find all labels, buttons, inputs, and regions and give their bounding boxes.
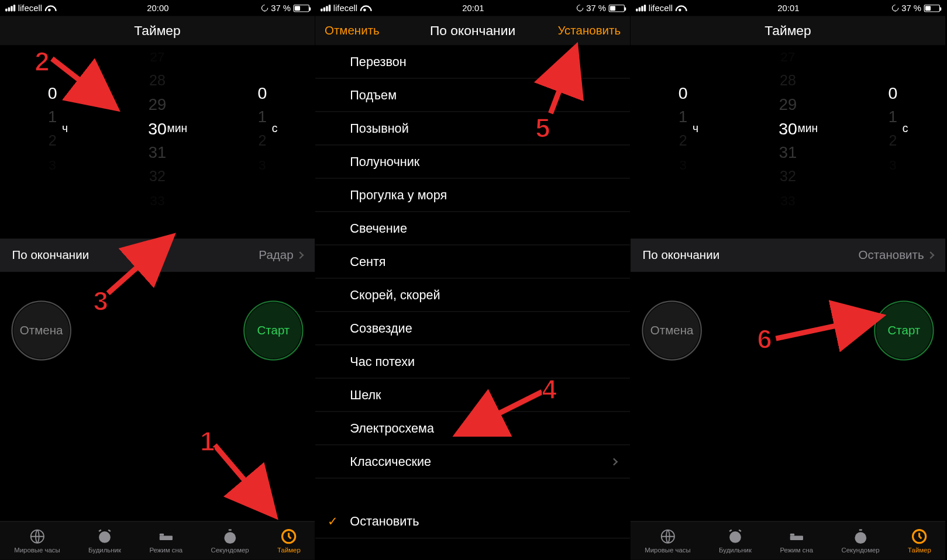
clock-time: 20:00	[147, 3, 168, 13]
tab-bar: Мировые часы Будильник Режим сна Секундо…	[0, 521, 315, 559]
annotation-2: 2	[35, 47, 49, 77]
svg-rect-3	[160, 534, 164, 536]
page-title: По окончании	[430, 23, 515, 38]
panel-2-sound-picker: lifecell 20:01 37 % Отменить По окончани…	[315, 0, 630, 560]
row-value: Остановить	[859, 248, 924, 262]
tab-bar: Мировые часы Будильник Режим сна Секундо…	[631, 521, 945, 559]
wifi-icon	[45, 5, 54, 11]
list-item[interactable]: Скорей, скорей	[315, 279, 630, 312]
clock-time: 20:01	[777, 3, 799, 13]
tab-bedtime[interactable]: Режим сна	[149, 528, 182, 554]
panel-1-timer: lifecell 20:00 37 % Таймер 0 1 2 3 ч 27 …	[0, 0, 315, 560]
battery-icon	[924, 4, 940, 12]
list-item[interactable]: Прогулка у моря	[315, 179, 630, 212]
time-picker[interactable]: 0123 ч 272829 30 313233 мин 0123 с	[631, 46, 945, 212]
minutes-column[interactable]: 272829 30 313233 мин	[748, 44, 828, 212]
list-item[interactable]: Позывной	[315, 112, 630, 146]
tab-bedtime[interactable]: Режим сна	[780, 528, 813, 554]
start-button[interactable]: Старт	[876, 303, 932, 359]
battery-icon	[609, 4, 625, 12]
svg-point-16	[855, 532, 866, 544]
battery-pct: 37 %	[271, 3, 291, 13]
row-label: По окончании	[12, 248, 89, 262]
svg-rect-14	[790, 535, 803, 540]
tab-timer[interactable]: Таймер	[277, 528, 301, 554]
annotation-5: 5	[535, 113, 550, 143]
status-bar: lifecell 20:01 37 %	[631, 0, 945, 16]
svg-point-1	[99, 531, 111, 543]
row-value: Радар	[259, 248, 293, 262]
cancel-button[interactable]: Отменить	[315, 16, 389, 45]
list-item[interactable]: Перезвон	[315, 46, 630, 79]
annotation-1: 1	[200, 427, 215, 457]
battery-icon	[294, 4, 309, 12]
list-item-stop-playing[interactable]: Остановить	[315, 505, 630, 538]
chevron-right-icon	[927, 251, 935, 259]
status-bar: lifecell 20:00 37 %	[0, 0, 315, 16]
list-item[interactable]: Электросхема	[315, 412, 630, 445]
svg-line-9	[215, 445, 271, 512]
list-item[interactable]: Час потехи	[315, 345, 630, 379]
seconds-column[interactable]: 0 1 2 3 с	[222, 81, 302, 177]
svg-rect-5	[229, 529, 232, 530]
page-title: Таймер	[134, 23, 180, 38]
wifi-icon	[360, 5, 370, 11]
chevron-right-icon	[610, 458, 618, 465]
svg-rect-2	[160, 535, 173, 540]
cancel-button[interactable]: Отмена	[644, 303, 700, 359]
page-title: Таймер	[765, 23, 811, 38]
sound-list[interactable]: Перезвон Подъем Позывной Полуночник Прог…	[315, 46, 630, 560]
tab-alarm[interactable]: Будильник	[88, 528, 121, 554]
annotation-4: 4	[542, 375, 557, 405]
status-bar: lifecell 20:01 37 %	[315, 0, 630, 16]
location-icon	[891, 4, 900, 13]
svg-rect-17	[859, 529, 862, 530]
tab-world-clock[interactable]: Мировые часы	[645, 528, 690, 554]
arrow-1	[215, 445, 295, 528]
tab-stopwatch[interactable]: Секундомер	[841, 528, 879, 554]
nav-header: Таймер	[0, 16, 315, 45]
tab-alarm[interactable]: Будильник	[719, 528, 752, 554]
signal-icon	[636, 5, 646, 11]
list-item[interactable]: Подъем	[315, 79, 630, 112]
list-item[interactable]: Созвездие	[315, 312, 630, 345]
hours-column[interactable]: 0 1 2 3 ч	[12, 81, 92, 177]
minutes-column[interactable]: 27 28 29 30 31 32 33 мин	[118, 44, 198, 212]
list-item[interactable]: Сентя	[315, 246, 630, 279]
signal-icon	[321, 5, 330, 11]
tab-world-clock[interactable]: Мировые часы	[14, 528, 60, 554]
list-item-classic[interactable]: Классические	[315, 445, 630, 479]
when-timer-ends-row[interactable]: По окончании Радар	[0, 238, 315, 272]
cancel-button[interactable]: Отмена	[13, 303, 70, 359]
panel-3-timer: lifecell 20:01 37 % Таймер 0123 ч 272829…	[631, 0, 945, 560]
list-item[interactable]: Шелк	[315, 379, 630, 412]
hours-column[interactable]: 0123 ч	[643, 81, 723, 177]
tab-stopwatch[interactable]: Секундомер	[211, 528, 249, 554]
clock-time: 20:01	[462, 3, 484, 13]
wifi-icon	[676, 5, 685, 11]
when-timer-ends-row[interactable]: По окончании Остановить	[631, 238, 945, 272]
location-icon	[576, 4, 585, 13]
carrier-label: lifecell	[18, 3, 42, 13]
annotation-6: 6	[757, 324, 772, 354]
row-label: По окончании	[643, 248, 720, 262]
location-icon	[260, 4, 270, 13]
svg-point-13	[729, 531, 741, 543]
list-item[interactable]: Полуночник	[315, 146, 630, 179]
svg-rect-15	[790, 534, 794, 536]
seconds-column[interactable]: 0123 с	[853, 81, 933, 177]
nav-header: Отменить По окончании Установить	[315, 16, 630, 45]
list-item[interactable]: Свечение	[315, 212, 630, 246]
signal-icon	[5, 5, 15, 11]
seconds-unit: с	[272, 117, 278, 141]
tab-timer[interactable]: Таймер	[908, 528, 931, 554]
start-button[interactable]: Старт	[246, 303, 302, 359]
chevron-right-icon	[297, 251, 304, 259]
hours-unit: ч	[62, 117, 68, 141]
set-button[interactable]: Установить	[548, 16, 630, 45]
annotation-3: 3	[94, 286, 108, 316]
minutes-unit: мин	[167, 117, 187, 141]
svg-point-4	[224, 532, 236, 544]
nav-header: Таймер	[631, 16, 945, 45]
